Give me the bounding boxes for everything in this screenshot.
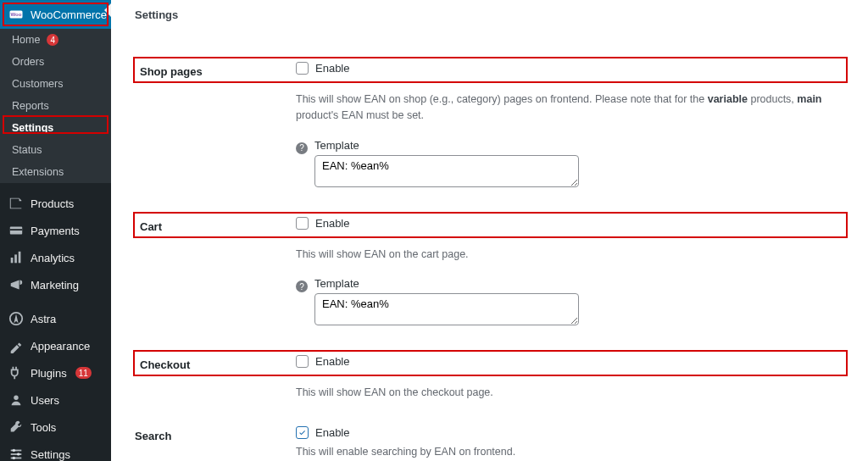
search-enable-checkbox[interactable]: Enable [296, 426, 846, 439]
page-title: Settings [135, 8, 846, 21]
admin-sidebar: Woo WooCommerce Home 4 Orders Customers … [0, 0, 111, 461]
sidebar-item-payments[interactable]: Payments [0, 217, 111, 244]
sidebar-item-label: Settings [12, 122, 53, 134]
sidebar-item-label: Plugins [31, 367, 67, 380]
sidebar-item-wc-settings[interactable]: Settings [0, 117, 111, 139]
help-tooltip-icon[interactable]: ? [296, 142, 308, 154]
checkbox-unchecked-icon [296, 62, 309, 75]
shop-enable-checkbox[interactable]: Enable [296, 62, 837, 75]
sidebar-item-label: Home [12, 34, 40, 46]
enable-label: Enable [315, 355, 349, 368]
sidebar-label: WooCommerce [31, 8, 107, 21]
shop-help-text: This will show EAN on shop (e.g., catego… [296, 92, 846, 124]
enable-label: Enable [315, 217, 349, 230]
svg-point-14 [13, 457, 16, 460]
active-pointer-icon [104, 3, 111, 17]
plugins-badge: 11 [75, 367, 92, 379]
plugins-icon [8, 365, 24, 380]
analytics-icon [8, 250, 24, 265]
sidebar-item-label: Status [12, 144, 42, 156]
payments-icon [8, 223, 24, 238]
svg-point-12 [13, 449, 16, 453]
search-label: Search [135, 426, 296, 461]
sidebar-item-label: Appearance [31, 340, 90, 353]
sidebar-item-products[interactable]: Products [0, 190, 111, 217]
sidebar-item-label: Payments [31, 225, 80, 237]
sidebar-item-analytics[interactable]: Analytics [0, 244, 111, 271]
sidebar-item-label: Users [31, 394, 59, 407]
svg-rect-5 [14, 254, 17, 263]
search-help-text: This will enable searching by EAN on fro… [296, 444, 846, 460]
checkbox-unchecked-icon [296, 355, 309, 368]
highlight-shop-pages: Shop pages Enable [133, 57, 848, 83]
svg-point-13 [17, 453, 20, 456]
template-label: Template [314, 277, 846, 290]
sidebar-item-settings[interactable]: Settings [0, 441, 111, 461]
checkout-label: Checkout [135, 355, 296, 371]
checkbox-unchecked-icon [296, 217, 309, 230]
sidebar-item-label: Orders [12, 56, 44, 68]
help-tooltip-icon[interactable]: ? [296, 280, 308, 292]
sidebar-item-label: Analytics [31, 252, 75, 264]
woocommerce-icon: Woo [8, 7, 24, 22]
highlight-checkout: Checkout Enable [133, 350, 848, 376]
template-label: Template [314, 139, 846, 152]
sidebar-item-users[interactable]: Users [0, 386, 111, 414]
cart-template-textarea[interactable] [314, 293, 579, 325]
sidebar-item-plugins[interactable]: Plugins 11 [0, 359, 111, 386]
sidebar-item-label: Settings [31, 448, 70, 461]
marketing-icon [8, 277, 24, 292]
sidebar-item-home[interactable]: Home 4 [0, 29, 111, 51]
sidebar-woocommerce[interactable]: Woo WooCommerce [0, 0, 111, 29]
enable-label: Enable [315, 426, 349, 439]
sidebar-item-marketing[interactable]: Marketing [0, 271, 111, 298]
tools-icon [8, 419, 24, 435]
cart-help-text: This will show EAN on the cart page. [296, 247, 846, 263]
appearance-icon [8, 338, 24, 353]
sidebar-item-appearance[interactable]: Appearance [0, 332, 111, 359]
astra-icon [8, 311, 24, 326]
sidebar-item-label: Extensions [12, 166, 64, 178]
home-badge: 4 [47, 34, 58, 46]
svg-rect-3 [10, 229, 22, 230]
sidebar-item-label: Reports [12, 100, 49, 112]
sidebar-submenu: Home 4 Orders Customers Reports Settings… [0, 29, 111, 183]
settings-icon [8, 447, 24, 461]
svg-point-8 [14, 396, 18, 400]
shop-pages-label: Shop pages [135, 62, 296, 78]
checkout-enable-checkbox[interactable]: Enable [296, 355, 837, 368]
sidebar-item-customers[interactable]: Customers [0, 73, 111, 95]
checkbox-checked-icon [296, 426, 309, 439]
users-icon [8, 392, 24, 408]
sidebar-item-orders[interactable]: Orders [0, 51, 111, 73]
sidebar-item-label: Marketing [31, 279, 79, 292]
sidebar-item-label: Astra [31, 313, 56, 325]
sidebar-item-label: Products [31, 197, 74, 210]
sidebar-item-reports[interactable]: Reports [0, 95, 111, 117]
checkout-help-text: This will show EAN on the checkout page. [296, 385, 846, 401]
products-icon [8, 196, 24, 211]
cart-enable-checkbox[interactable]: Enable [296, 217, 837, 230]
svg-rect-6 [19, 252, 21, 264]
highlight-cart: Cart Enable [133, 212, 848, 238]
shop-template-textarea[interactable] [314, 155, 579, 187]
sidebar-item-status[interactable]: Status [0, 139, 111, 161]
sidebar-item-astra[interactable]: Astra [0, 305, 111, 332]
cart-label: Cart [135, 217, 296, 233]
svg-rect-4 [11, 258, 14, 263]
sidebar-item-tools[interactable]: Tools [0, 414, 111, 441]
settings-panel: Settings Shop pages Enable This will sho… [111, 0, 868, 461]
sidebar-item-extensions[interactable]: Extensions [0, 161, 111, 183]
svg-text:Woo: Woo [11, 12, 22, 17]
sidebar-item-label: Customers [12, 78, 63, 90]
enable-label: Enable [315, 62, 349, 75]
sidebar-item-label: Tools [31, 421, 56, 434]
